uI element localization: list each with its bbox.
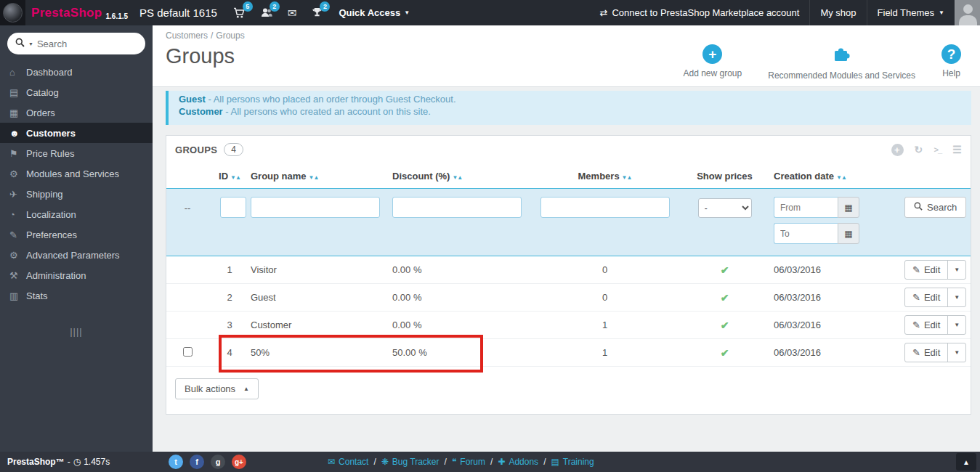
sidebar-item-administration[interactable]: ⚒Administration (0, 265, 153, 285)
column-header-group-name[interactable]: Group name▼▲ (251, 171, 392, 182)
filter-group-name-input[interactable] (251, 197, 380, 218)
sidebar-item-price-rules[interactable]: ⚑Price Rules (0, 143, 153, 163)
filter-date-from-input[interactable] (774, 197, 838, 218)
github-icon[interactable]: g (211, 455, 225, 469)
edit-dropdown-caret[interactable]: ▼ (947, 261, 965, 279)
export-stack-icon[interactable]: ☰ (952, 144, 962, 155)
collapse-menu-icon[interactable]: |||| (0, 326, 153, 337)
search-input[interactable] (37, 38, 137, 49)
messages-icon[interactable]: ✉ (288, 7, 297, 20)
advanced-parameters-icon: ⚙ (9, 250, 26, 261)
prestashop-logo[interactable] (0, 0, 25, 25)
filter-discount-input[interactable] (392, 197, 522, 218)
filter-id-input[interactable] (220, 197, 246, 218)
marketplace-link[interactable]: ⇄ Connect to PrestaShop Marketplace acco… (590, 0, 810, 25)
sort-icon[interactable]: ▼▲ (836, 174, 846, 181)
calendar-icon[interactable]: ▦ (838, 223, 859, 244)
edit-button[interactable]: ✎Edit ▼ (904, 343, 966, 362)
sidebar-item-preferences[interactable]: ✎Preferences (0, 224, 153, 245)
edit-dropdown-caret[interactable]: ▼ (947, 343, 965, 362)
footer-link-training[interactable]: ▤Training (551, 457, 594, 467)
edit-button[interactable]: ✎Edit ▼ (904, 288, 966, 307)
sidebar-item-catalog[interactable]: ▤Catalog (0, 82, 153, 102)
groups-panel: GROUPS 4 + ↻ >_ ☰ ID▼▲ Group name▼▲ (166, 135, 971, 415)
column-header-id[interactable]: ID▼▲ (208, 171, 251, 182)
pencil-icon: ✎ (912, 264, 920, 275)
arrow-up-icon: ▲ (963, 458, 970, 466)
footer-link-forum[interactable]: ❝Forum (452, 457, 485, 467)
edit-button[interactable]: ✎Edit ▼ (904, 260, 966, 280)
page-header: Customers/Groups Groups + Add new group … (153, 25, 980, 87)
add-new-group-button[interactable]: + Add new group (683, 44, 742, 81)
table-row[interactable]: 3 Customer 0.00 % 1 ✔ 06/03/2016 ✎Edit ▼ (166, 312, 971, 339)
facebook-icon[interactable]: f (190, 455, 204, 469)
groups-table: ID▼▲ Group name▼▲ Discount (%)▼▲ Members… (166, 164, 971, 367)
footer-link-contact[interactable]: ✉Contact (328, 457, 368, 467)
sidebar-item-localization[interactable]: ◔Localization (0, 204, 153, 224)
sidebar-item-advanced-parameters[interactable]: ⚙Advanced Parameters (0, 245, 153, 265)
calendar-icon[interactable]: ▦ (838, 197, 859, 218)
sidebar-item-customers[interactable]: ☻Customers (0, 123, 153, 143)
search-button[interactable]: Search (904, 197, 966, 218)
table-row[interactable]: 4 50% 50.00 % 1 ✔ 06/03/2016 ✎Edit ▼ (166, 339, 971, 367)
edit-dropdown-caret[interactable]: ▼ (947, 316, 965, 334)
breadcrumb-groups[interactable]: Groups (216, 30, 244, 41)
sidebar-search[interactable]: ▼ (7, 33, 145, 54)
sql-query-icon[interactable]: >_ (934, 145, 942, 154)
twitter-icon[interactable]: t (169, 455, 183, 469)
sidebar-item-dashboard[interactable]: ⌂Dashboard (0, 62, 153, 82)
clock-icon: ◷ (73, 457, 81, 467)
filter-members-input[interactable] (540, 197, 670, 218)
edit-dropdown-caret[interactable]: ▼ (947, 288, 965, 306)
orders-icon: ▦ (9, 107, 26, 118)
check-icon: ✔ (721, 292, 729, 304)
help-button[interactable]: ? Help (941, 44, 961, 81)
edit-button[interactable]: ✎Edit ▼ (904, 315, 966, 335)
connect-icon: ⇄ (600, 7, 608, 18)
column-header-discount[interactable]: Discount (%)▼▲ (392, 171, 534, 182)
column-header-show-prices: Show prices (676, 171, 774, 182)
search-icon (15, 37, 25, 50)
sidebar-item-stats[interactable]: ▥Stats (0, 285, 153, 306)
quick-access-menu[interactable]: Quick Access ▼ (339, 7, 410, 18)
sort-icon[interactable]: ▼▲ (622, 174, 632, 181)
scroll-to-top-button[interactable]: ▲ (956, 453, 976, 471)
trophy-icon[interactable]: 2 (312, 7, 323, 18)
bulk-actions-button[interactable]: Bulk actions ▲ (175, 378, 259, 399)
search-scope-caret-icon[interactable]: ▼ (28, 41, 33, 46)
employee-avatar[interactable] (955, 0, 980, 25)
sidebar-item-modules[interactable]: ⚙Modules and Services (0, 163, 153, 184)
footer-link-bug-tracker[interactable]: ❋Bug Tracker (381, 457, 440, 467)
shop-name[interactable]: PS default 1615 (139, 7, 217, 19)
column-header-creation-date[interactable]: Creation date▼▲ (774, 171, 904, 182)
filter-date-to-input[interactable] (774, 223, 838, 244)
sort-icon[interactable]: ▼▲ (230, 174, 240, 181)
trophy-badge: 2 (320, 1, 330, 12)
prestashop-logo-icon (3, 3, 23, 23)
cart-icon[interactable]: 5 (233, 7, 246, 19)
row-checkbox[interactable] (183, 347, 193, 357)
customers-icon[interactable]: 2 (261, 7, 272, 18)
modules-icon: ⚙ (9, 168, 26, 179)
training-icon: ▤ (551, 457, 559, 467)
forum-icon: ❝ (452, 457, 456, 467)
my-shop-link[interactable]: My shop (809, 0, 866, 25)
table-filter-row: -- - ▦ (166, 189, 971, 256)
sidebar-item-orders[interactable]: ▦Orders (0, 102, 153, 123)
refresh-icon[interactable]: ↻ (915, 144, 923, 155)
filter-show-prices-select[interactable]: - (698, 198, 752, 218)
googleplus-icon[interactable]: g+ (232, 455, 246, 469)
table-row[interactable]: 1 Visitor 0.00 % 0 ✔ 06/03/2016 ✎Edit ▼ (166, 256, 971, 284)
employee-menu[interactable]: Field Themes ▼ (867, 0, 955, 25)
panel-add-icon[interactable]: + (891, 144, 904, 156)
recommended-modules-button[interactable]: Recommended Modules and Services (768, 44, 915, 81)
sort-icon[interactable]: ▼▲ (452, 174, 462, 181)
table-row[interactable]: 2 Guest 0.00 % 0 ✔ 06/03/2016 ✎Edit ▼ (166, 284, 971, 312)
footer-link-addons[interactable]: ✚Addons (498, 457, 538, 467)
sidebar-item-shipping[interactable]: ✈Shipping (0, 184, 153, 204)
preferences-icon: ✎ (9, 229, 26, 240)
breadcrumb-customers[interactable]: Customers (166, 30, 208, 41)
column-header-members[interactable]: Members▼▲ (534, 171, 676, 182)
version-label: 1.6.1.5 (105, 12, 128, 25)
sort-icon[interactable]: ▼▲ (309, 174, 319, 181)
